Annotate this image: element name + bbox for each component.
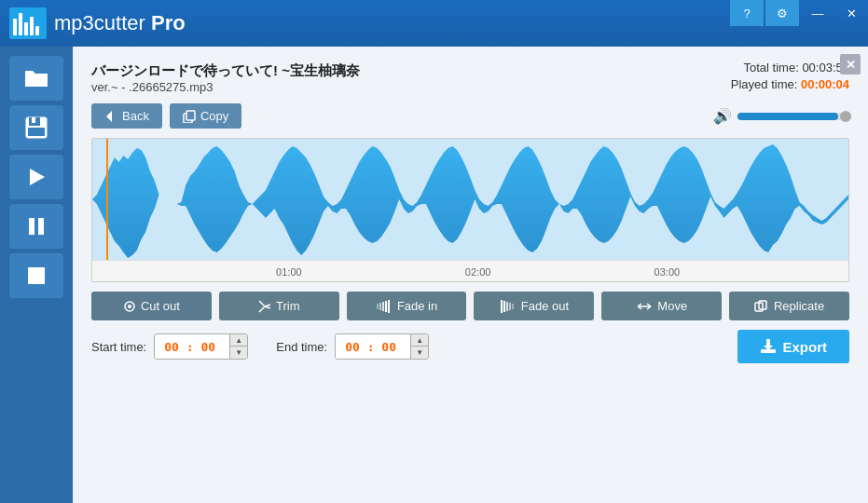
window-controls: ? ⚙ — ✕ [730, 0, 868, 26]
volume-icon: 🔊 [713, 107, 732, 125]
pause-button[interactable] [9, 204, 63, 249]
timeline-mark-3: 03:00 [654, 266, 681, 278]
svg-rect-5 [29, 218, 34, 235]
svg-rect-18 [501, 300, 503, 313]
app-title: mp3cutter Pro [54, 11, 186, 35]
time-inputs: Start time: ▲ ▼ End time: ▲ [91, 333, 429, 360]
start-time-input[interactable] [155, 335, 229, 359]
fadein-button[interactable]: Fade in [347, 292, 467, 320]
play-button[interactable] [9, 155, 63, 199]
svg-rect-7 [28, 267, 45, 284]
close-button[interactable]: ✕ [834, 0, 868, 26]
save-button[interactable] [9, 105, 63, 150]
svg-rect-14 [379, 303, 381, 310]
fadeout-button[interactable]: Fade out [474, 292, 594, 320]
trim-icon [258, 300, 271, 313]
start-time-down[interactable]: ▼ [230, 347, 247, 359]
minimize-button[interactable]: — [801, 0, 834, 26]
svg-rect-19 [503, 301, 505, 312]
timeline-mark-2: 02:00 [465, 266, 491, 278]
file-subtitle: ver.~ - .26665275.mp3 [91, 80, 360, 94]
main-layout: ✕ バージンロードで待っていて! ~宝生柚璃奈 ver.~ - .2666527… [0, 47, 868, 503]
cutout-button[interactable]: Cut out [91, 292, 212, 320]
logo-bar-2 [19, 13, 22, 35]
svg-rect-22 [512, 304, 514, 309]
folder-icon [23, 67, 49, 89]
end-time-input-box: ▲ ▼ [335, 333, 429, 360]
playhead[interactable] [106, 139, 108, 260]
back-icon [104, 110, 117, 123]
back-button[interactable]: Back [91, 103, 162, 129]
pause-icon [26, 216, 47, 237]
logo-bar-3 [24, 22, 28, 35]
start-time-input-box: ▲ ▼ [154, 333, 248, 360]
fadeout-icon [500, 300, 517, 313]
export-icon [760, 338, 777, 355]
played-time-row: Played time: 00:00:04 [731, 77, 849, 91]
start-time-spinners: ▲ ▼ [229, 334, 247, 359]
logo-bar-1 [13, 19, 17, 35]
replicate-button[interactable]: Replicate [729, 292, 849, 320]
help-button[interactable]: ? [730, 0, 764, 26]
waveform-container[interactable]: 01:00 02:00 03:00 [91, 138, 849, 282]
svg-rect-9 [186, 111, 195, 120]
logo-icon [9, 7, 47, 39]
copy-button[interactable]: Copy [170, 103, 241, 129]
total-time-row: Total time: 00:03:53 [731, 61, 849, 75]
export-button[interactable]: Export [737, 330, 849, 363]
trim-button[interactable]: Trim [219, 292, 339, 320]
waveform-canvas[interactable] [92, 139, 848, 260]
volume-bar[interactable] [737, 113, 849, 120]
volume-control: 🔊 [713, 107, 849, 125]
svg-rect-16 [385, 301, 387, 312]
start-time-up[interactable]: ▲ [230, 334, 247, 347]
toolbar: Back Copy 🔊 [91, 103, 849, 129]
content-close-button[interactable]: ✕ [840, 54, 861, 75]
stop-button[interactable] [9, 253, 63, 298]
total-time-label: Total time: [744, 61, 799, 75]
svg-rect-2 [32, 117, 35, 123]
start-time-label: Start time: [91, 340, 146, 354]
end-time-down[interactable]: ▼ [411, 347, 428, 359]
save-icon [24, 116, 48, 140]
end-time-up[interactable]: ▲ [411, 334, 428, 347]
svg-rect-6 [38, 218, 44, 235]
logo-bar-4 [30, 17, 34, 35]
title-bar: mp3cutter Pro ? ⚙ — ✕ [0, 0, 868, 47]
volume-knob[interactable] [840, 111, 851, 122]
move-icon [636, 300, 653, 313]
logo-bar-5 [35, 26, 39, 35]
stop-icon [26, 265, 47, 286]
app-logo: mp3cutter Pro [9, 7, 186, 39]
timeline: 01:00 02:00 03:00 [92, 260, 848, 282]
file-title: バージンロードで待っていて! ~宝生柚璃奈 [91, 61, 360, 80]
play-icon [26, 167, 47, 187]
content-area: ✕ バージンロードで待っていて! ~宝生柚璃奈 ver.~ - .2666527… [73, 47, 868, 503]
sidebar [0, 47, 73, 503]
file-details: バージンロードで待っていて! ~宝生柚璃奈 ver.~ - .26665275.… [91, 61, 360, 94]
end-time-group: End time: ▲ ▼ [276, 333, 429, 360]
move-button[interactable]: Move [601, 292, 722, 320]
file-info: バージンロードで待っていて! ~宝生柚璃奈 ver.~ - .26665275.… [91, 61, 849, 94]
end-time-input[interactable] [336, 335, 410, 359]
action-bar: Cut out Trim Fade in [91, 292, 849, 320]
end-time-label: End time: [276, 340, 327, 354]
time-info: Total time: 00:03:53 Played time: 00:00:… [731, 61, 849, 94]
played-time-value: 00:00:04 [801, 77, 849, 91]
open-folder-button[interactable] [9, 56, 63, 101]
start-time-group: Start time: ▲ ▼ [91, 333, 248, 360]
svg-rect-17 [388, 300, 390, 313]
svg-rect-13 [377, 304, 379, 309]
cutout-icon [123, 300, 136, 313]
volume-fill [737, 113, 838, 120]
settings-button[interactable]: ⚙ [765, 0, 799, 26]
svg-point-12 [128, 305, 131, 308]
end-time-spinners: ▲ ▼ [410, 334, 428, 359]
waveform-svg [92, 139, 848, 260]
timeline-mark-1: 01:00 [276, 266, 302, 278]
fadein-icon [376, 300, 393, 313]
played-time-label: Played time: [731, 77, 798, 91]
svg-rect-3 [28, 128, 45, 136]
svg-rect-15 [382, 302, 384, 311]
svg-rect-21 [509, 303, 511, 310]
